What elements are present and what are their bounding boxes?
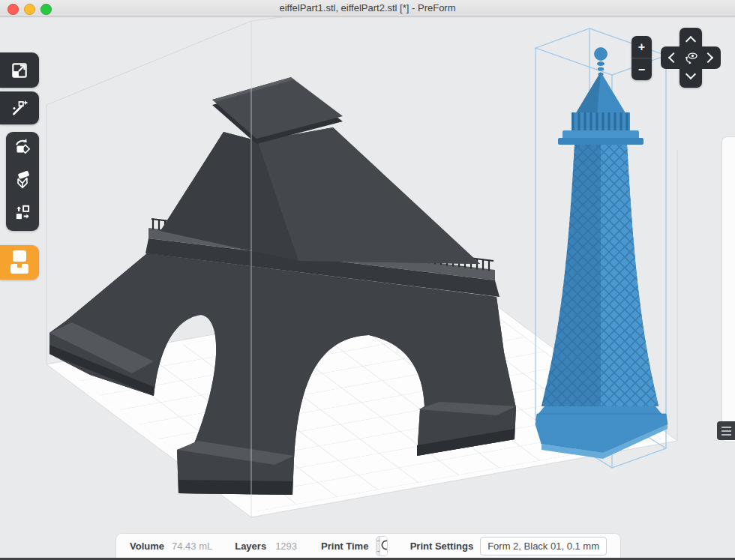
- scale-tool-button[interactable]: [0, 52, 39, 88]
- window-title: eiffelPart1.stl, eiffelPart2.stl [*] - P…: [0, 0, 735, 16]
- chevron-left-icon: [668, 52, 679, 63]
- volume-label: Volume: [130, 541, 164, 552]
- layers-value: 1293: [275, 541, 297, 552]
- chevron-up-icon: [686, 36, 696, 46]
- pan-up-button[interactable]: [682, 31, 699, 48]
- layout-tool-button[interactable]: [6, 198, 39, 231]
- one-click-print-tool-button[interactable]: [0, 91, 39, 124]
- zoom-control: + −: [632, 36, 652, 80]
- supports-icon: [13, 170, 32, 193]
- cartridge-icon: [0, 245, 39, 280]
- status-bar: Volume 74.43 mL Layers 1293 Print Time -…: [116, 533, 621, 558]
- print-settings-selector[interactable]: Form 2, Black 01, 0.1 mm: [480, 537, 607, 556]
- chevron-down-icon: [686, 69, 696, 79]
- transform-tool-group: [6, 132, 39, 231]
- orbit-view-button[interactable]: [682, 50, 699, 67]
- title-bar: eiffelPart1.stl, eiffelPart2.stl [*] - P…: [0, 0, 735, 17]
- print-setup-button[interactable]: [0, 245, 39, 280]
- pan-left-button[interactable]: [664, 49, 680, 66]
- preform-window: eiffelPart1.stl, eiffelPart2.stl [*] - P…: [0, 0, 735, 560]
- print-time-control: --: [376, 536, 387, 556]
- list-icon: [722, 427, 731, 428]
- model-eiffelpart2[interactable]: [536, 48, 668, 460]
- refresh-print-time-button[interactable]: [380, 537, 387, 556]
- orient-tool-button[interactable]: [6, 132, 39, 165]
- refresh-icon: [380, 539, 387, 553]
- zoom-out-button[interactable]: −: [632, 58, 652, 80]
- rotate-icon: [13, 137, 32, 160]
- magic-wand-icon: [10, 98, 29, 118]
- parts-panel-handle[interactable]: [717, 421, 735, 440]
- layers-label: Layers: [235, 541, 266, 552]
- print-time-label: Print Time: [321, 541, 368, 552]
- pan-down-button[interactable]: [682, 67, 699, 84]
- print-settings-label: Print Settings: [410, 541, 474, 552]
- parts-panel-collapsed: [722, 136, 735, 442]
- chevron-right-icon: [703, 52, 713, 63]
- volume-value: 74.43 mL: [172, 541, 212, 552]
- supports-tool-button[interactable]: [6, 165, 39, 198]
- viewport-3d[interactable]: [0, 0, 735, 560]
- pan-right-button[interactable]: [701, 49, 718, 66]
- resize-icon: [10, 61, 29, 80]
- eye-orbit-icon: [682, 56, 699, 69]
- layout-icon: [13, 203, 32, 226]
- model-eiffelpart1[interactable]: [50, 77, 516, 495]
- zoom-in-button[interactable]: +: [632, 36, 652, 58]
